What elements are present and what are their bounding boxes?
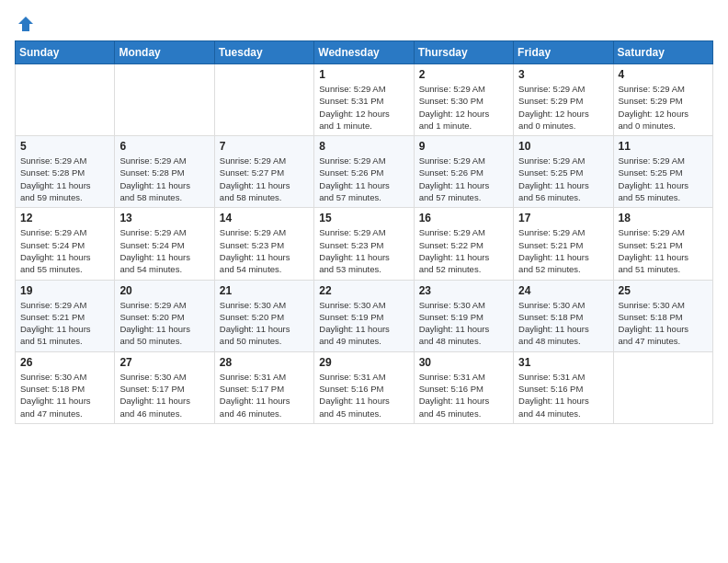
day-info: Sunrise: 5:30 AM Sunset: 5:18 PM Dayligh…: [619, 299, 708, 348]
header-cell-sunday: Sunday: [16, 41, 115, 64]
logo: [15, 15, 35, 33]
day-info: Sunrise: 5:29 AM Sunset: 5:23 PM Dayligh…: [319, 226, 408, 275]
day-number: 25: [619, 284, 708, 297]
page-header: [15, 15, 713, 33]
logo-icon: [17, 15, 35, 33]
day-number: 13: [119, 212, 209, 224]
day-number: 31: [518, 356, 608, 369]
day-number: 20: [119, 284, 209, 297]
day-cell: 20Sunrise: 5:29 AM Sunset: 5:20 PM Dayli…: [115, 280, 214, 351]
day-cell: 21Sunrise: 5:30 AM Sunset: 5:20 PM Dayli…: [214, 280, 313, 351]
day-info: Sunrise: 5:29 AM Sunset: 5:21 PM Dayligh…: [518, 226, 608, 275]
calendar-body: 1Sunrise: 5:29 AM Sunset: 5:31 PM Daylig…: [16, 64, 713, 424]
day-number: 29: [319, 356, 408, 369]
day-info: Sunrise: 5:30 AM Sunset: 5:19 PM Dayligh…: [319, 299, 408, 348]
calendar: SundayMondayTuesdayWednesdayThursdayFrid…: [15, 40, 713, 424]
day-cell: 18Sunrise: 5:29 AM Sunset: 5:21 PM Dayli…: [613, 208, 712, 280]
day-number: 6: [119, 140, 209, 153]
day-info: Sunrise: 5:29 AM Sunset: 5:20 PM Dayligh…: [119, 299, 209, 348]
day-cell: 30Sunrise: 5:31 AM Sunset: 5:16 PM Dayli…: [414, 351, 513, 423]
day-cell: [214, 64, 313, 136]
day-info: Sunrise: 5:29 AM Sunset: 5:26 PM Dayligh…: [419, 155, 508, 203]
day-cell: [115, 64, 214, 136]
day-number: 9: [419, 140, 508, 153]
day-cell: [613, 351, 712, 423]
day-cell: 17Sunrise: 5:29 AM Sunset: 5:21 PM Dayli…: [514, 208, 613, 280]
day-info: Sunrise: 5:29 AM Sunset: 5:24 PM Dayligh…: [20, 226, 109, 275]
day-info: Sunrise: 5:29 AM Sunset: 5:29 PM Dayligh…: [518, 83, 608, 132]
day-cell: 10Sunrise: 5:29 AM Sunset: 5:25 PM Dayli…: [514, 136, 613, 208]
day-info: Sunrise: 5:29 AM Sunset: 5:25 PM Dayligh…: [619, 155, 708, 203]
day-cell: 5Sunrise: 5:29 AM Sunset: 5:28 PM Daylig…: [16, 136, 115, 208]
day-cell: 25Sunrise: 5:30 AM Sunset: 5:18 PM Dayli…: [613, 280, 712, 351]
day-cell: 14Sunrise: 5:29 AM Sunset: 5:23 PM Dayli…: [214, 208, 313, 280]
day-number: 17: [518, 212, 608, 224]
day-number: 16: [419, 212, 508, 224]
header-cell-friday: Friday: [514, 41, 613, 64]
day-number: 10: [518, 140, 608, 153]
day-info: Sunrise: 5:29 AM Sunset: 5:28 PM Dayligh…: [20, 155, 109, 203]
day-number: 4: [619, 68, 708, 81]
week-row: 26Sunrise: 5:30 AM Sunset: 5:18 PM Dayli…: [16, 351, 713, 423]
day-cell: 12Sunrise: 5:29 AM Sunset: 5:24 PM Dayli…: [16, 208, 115, 280]
day-info: Sunrise: 5:31 AM Sunset: 5:16 PM Dayligh…: [319, 371, 408, 419]
day-cell: 2Sunrise: 5:29 AM Sunset: 5:30 PM Daylig…: [414, 64, 513, 136]
day-info: Sunrise: 5:29 AM Sunset: 5:26 PM Dayligh…: [319, 155, 408, 203]
day-number: 3: [518, 68, 608, 81]
day-info: Sunrise: 5:30 AM Sunset: 5:18 PM Dayligh…: [518, 299, 608, 348]
day-info: Sunrise: 5:30 AM Sunset: 5:19 PM Dayligh…: [419, 299, 508, 348]
svg-marker-0: [18, 17, 33, 31]
day-number: 11: [619, 140, 708, 153]
day-number: 18: [619, 212, 708, 224]
day-info: Sunrise: 5:29 AM Sunset: 5:22 PM Dayligh…: [419, 226, 508, 275]
week-row: 5Sunrise: 5:29 AM Sunset: 5:28 PM Daylig…: [16, 136, 713, 208]
day-number: 14: [220, 212, 309, 224]
day-number: 28: [220, 356, 309, 369]
day-cell: 23Sunrise: 5:30 AM Sunset: 5:19 PM Dayli…: [414, 280, 513, 351]
day-number: 23: [419, 284, 508, 297]
day-info: Sunrise: 5:29 AM Sunset: 5:23 PM Dayligh…: [220, 226, 309, 275]
day-cell: 4Sunrise: 5:29 AM Sunset: 5:29 PM Daylig…: [613, 64, 712, 136]
day-info: Sunrise: 5:29 AM Sunset: 5:21 PM Dayligh…: [20, 299, 109, 348]
day-number: 26: [20, 356, 109, 369]
day-cell: 24Sunrise: 5:30 AM Sunset: 5:18 PM Dayli…: [514, 280, 613, 351]
day-cell: 6Sunrise: 5:29 AM Sunset: 5:28 PM Daylig…: [115, 136, 214, 208]
day-cell: [16, 64, 115, 136]
day-number: 2: [419, 68, 508, 81]
header-cell-wednesday: Wednesday: [314, 41, 414, 64]
day-cell: 29Sunrise: 5:31 AM Sunset: 5:16 PM Dayli…: [314, 351, 414, 423]
day-info: Sunrise: 5:31 AM Sunset: 5:16 PM Dayligh…: [518, 371, 608, 419]
day-info: Sunrise: 5:30 AM Sunset: 5:17 PM Dayligh…: [119, 371, 209, 419]
day-cell: 19Sunrise: 5:29 AM Sunset: 5:21 PM Dayli…: [16, 280, 115, 351]
day-cell: 15Sunrise: 5:29 AM Sunset: 5:23 PM Dayli…: [314, 208, 414, 280]
header-cell-thursday: Thursday: [414, 41, 513, 64]
day-info: Sunrise: 5:31 AM Sunset: 5:16 PM Dayligh…: [419, 371, 508, 419]
day-info: Sunrise: 5:29 AM Sunset: 5:25 PM Dayligh…: [518, 155, 608, 203]
day-cell: 9Sunrise: 5:29 AM Sunset: 5:26 PM Daylig…: [414, 136, 513, 208]
day-cell: 31Sunrise: 5:31 AM Sunset: 5:16 PM Dayli…: [514, 351, 613, 423]
week-row: 1Sunrise: 5:29 AM Sunset: 5:31 PM Daylig…: [16, 64, 713, 136]
day-number: 30: [419, 356, 508, 369]
header-cell-saturday: Saturday: [613, 41, 712, 64]
day-info: Sunrise: 5:29 AM Sunset: 5:27 PM Dayligh…: [220, 155, 309, 203]
day-number: 27: [119, 356, 209, 369]
header-cell-tuesday: Tuesday: [214, 41, 313, 64]
day-cell: 26Sunrise: 5:30 AM Sunset: 5:18 PM Dayli…: [16, 351, 115, 423]
day-info: Sunrise: 5:29 AM Sunset: 5:24 PM Dayligh…: [119, 226, 209, 275]
day-info: Sunrise: 5:31 AM Sunset: 5:17 PM Dayligh…: [220, 371, 309, 419]
day-number: 15: [319, 212, 408, 224]
day-number: 24: [518, 284, 608, 297]
day-cell: 7Sunrise: 5:29 AM Sunset: 5:27 PM Daylig…: [214, 136, 313, 208]
day-info: Sunrise: 5:29 AM Sunset: 5:29 PM Dayligh…: [619, 83, 708, 132]
day-cell: 8Sunrise: 5:29 AM Sunset: 5:26 PM Daylig…: [314, 136, 414, 208]
day-info: Sunrise: 5:29 AM Sunset: 5:31 PM Dayligh…: [319, 83, 408, 132]
day-cell: 3Sunrise: 5:29 AM Sunset: 5:29 PM Daylig…: [514, 64, 613, 136]
day-cell: 27Sunrise: 5:30 AM Sunset: 5:17 PM Dayli…: [115, 351, 214, 423]
day-cell: 13Sunrise: 5:29 AM Sunset: 5:24 PM Dayli…: [115, 208, 214, 280]
day-number: 7: [220, 140, 309, 153]
day-number: 12: [20, 212, 109, 224]
day-number: 8: [319, 140, 408, 153]
day-number: 1: [319, 68, 408, 81]
day-info: Sunrise: 5:29 AM Sunset: 5:28 PM Dayligh…: [119, 155, 209, 203]
day-number: 5: [20, 140, 109, 153]
